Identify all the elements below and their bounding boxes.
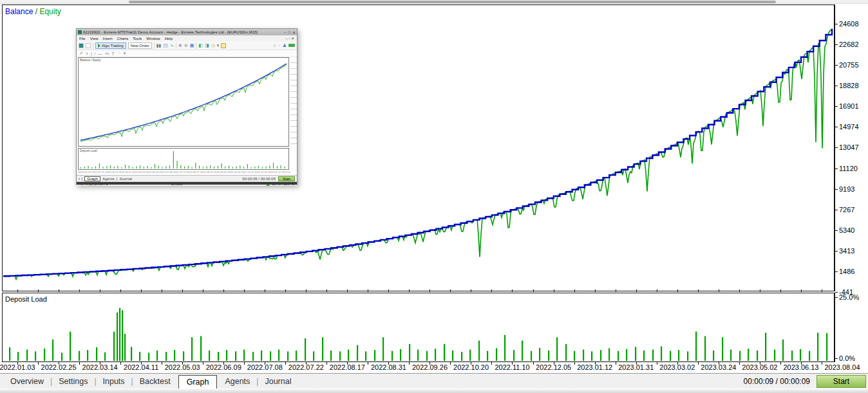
y-tick-label: 14974 (839, 123, 859, 131)
deposit-load-bar (487, 351, 488, 361)
deposit-load-bar (704, 336, 706, 361)
tab-agents[interactable]: Agents (218, 375, 256, 388)
settings-icon: ◌ (278, 43, 281, 48)
deposit-load-bar (626, 349, 627, 361)
date-label: 2022.08.31 (371, 363, 406, 371)
dropdown-arrow-icon: ▾ (124, 51, 126, 56)
inset-deposit-bar (273, 163, 274, 169)
deposit-load-bar (113, 332, 115, 361)
play-icon (98, 44, 100, 48)
y-tick-label: 9193 (839, 185, 854, 193)
close-icon: ✕ (292, 30, 296, 35)
splitter-handle[interactable] (129, 1, 776, 3)
deposit-max-tick: 25.0% (839, 293, 859, 301)
y-tick-mark (835, 189, 838, 190)
toolbar-separator (154, 42, 155, 49)
inset-window-controls: – □ ✕ (284, 30, 296, 35)
line-chart-icon: ∿ (170, 43, 174, 48)
search-icon: ○ (273, 43, 276, 48)
inset-tab-journal: Journal (119, 177, 132, 181)
deposit-load-bar (400, 349, 401, 361)
y-tick-label: 20755 (839, 61, 859, 69)
text-tool-icon: T (112, 51, 115, 56)
inset-deposit-bar (232, 167, 233, 169)
tab-settings[interactable]: Settings (52, 375, 94, 388)
y-tick-mark (835, 65, 838, 66)
deposit-load-bar (800, 349, 801, 361)
date-label: 2023.03.24 (701, 363, 736, 371)
deposit-load-bar (79, 351, 80, 361)
inset-deposit-bar (151, 167, 151, 169)
inset-equity-line (80, 64, 287, 142)
inset-deposit-bar (103, 167, 104, 169)
inset-deposit-bar (207, 166, 207, 169)
y-tick-label: 7267 (839, 206, 854, 214)
tab-inputs[interactable]: Inputs (97, 375, 131, 388)
y-tick-mark (835, 44, 838, 45)
new-order-button: New Order (128, 42, 152, 49)
inset-deposit-bar (269, 165, 270, 169)
inset-toolbar-right: ○ ◌ ♟ (273, 43, 295, 48)
inset-deposit-bar (210, 165, 211, 169)
inset-deposit-bar (136, 166, 137, 169)
crosshair-icon: + (86, 51, 88, 56)
toolbar-separator (176, 42, 176, 49)
y-tick-label: 11120 (839, 165, 858, 172)
inset-deposit-panel: Deposit Load (78, 148, 289, 170)
deposit-load-bar (183, 351, 184, 361)
deposit-load-bar (478, 341, 480, 361)
chart-legend: Balance / Equity (5, 7, 61, 16)
candles-icon: ▯▯ (163, 43, 168, 48)
inset-deposit-bar (254, 167, 255, 169)
x-tick-mark (285, 289, 286, 292)
deposit-load-bar (9, 347, 10, 361)
start-button[interactable]: Start (816, 375, 866, 388)
inset-deposit-bar (158, 166, 159, 169)
deposit-load-bar (322, 337, 323, 361)
deposit-load-bar (583, 350, 584, 361)
y-tick-label: 24608 (839, 20, 859, 28)
maximize-icon: □ (288, 30, 290, 35)
inset-deposit-bar (240, 165, 240, 169)
inset-date-labels: 2022.01.03 2022.02.25 2022.03.14 2022.04… (78, 170, 290, 174)
date-label: 2023.01.12 (577, 363, 612, 371)
x-tick-mark (780, 289, 781, 292)
deposit-load-bar (409, 344, 410, 361)
deposit-load-bar (809, 351, 810, 361)
x-tick-mark (471, 289, 471, 292)
inset-deposit-bar (140, 165, 140, 169)
deposit-load-bar (730, 350, 731, 361)
tab-overview[interactable]: Overview (4, 375, 50, 388)
inset-toolbar: Algo Trading New Order ▮▮ ▯▯ ∿ ⊕ ⊖ ▦ ◧ ◨… (77, 41, 297, 50)
date-label: 2023.01.31 (618, 363, 654, 371)
x-tick-mark (698, 289, 699, 292)
inset-deposit-bar (281, 165, 281, 169)
inset-y-axis (290, 57, 297, 147)
inset-deposit-bar (129, 166, 129, 169)
deposit-load-bar (548, 351, 549, 361)
y-tick-label: 5340 (839, 226, 854, 234)
tab-backtest[interactable]: Backtest (133, 375, 177, 388)
deposit-load-bar (70, 332, 71, 361)
toolbar-separator (196, 42, 196, 49)
x-tick-mark (203, 289, 203, 292)
deposit-load-bar (339, 351, 341, 361)
x-tick-mark (801, 289, 802, 292)
date-label: 2022.08.17 (330, 363, 365, 371)
tile-windows-icon: ◧ (198, 43, 203, 48)
deposit-load-bar (235, 351, 236, 361)
deposit-load-bar (139, 352, 140, 361)
date-label: 2023.06.13 (783, 363, 818, 371)
deposit-load-bar (782, 340, 784, 361)
inset-taskbar-strip (77, 182, 297, 185)
inset-mt5-window-screenshot: 62219922 - Exness-MT5Trial11 Demo Accoun… (76, 28, 297, 185)
tab-graph[interactable]: Graph (178, 375, 218, 389)
tester-controls: 00:00:09 / 00:00:09 Start (744, 375, 868, 388)
inset-balance-line (80, 64, 287, 140)
deposit-load-bar (117, 313, 118, 361)
tab-journal[interactable]: Journal (258, 375, 297, 388)
deposit-load-bar (469, 350, 471, 361)
inset-deposit-bar (277, 166, 278, 169)
deposit-load-bar (131, 347, 132, 361)
bars-icon: ▮▮ (156, 43, 162, 48)
